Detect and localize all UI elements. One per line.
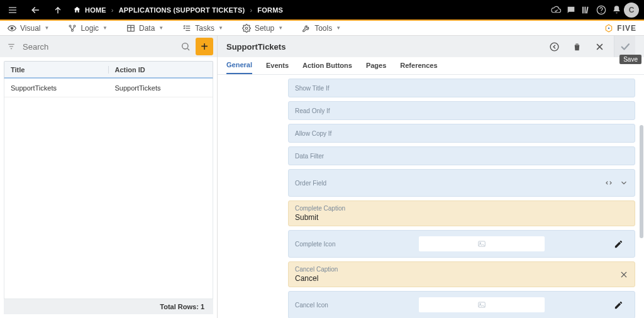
field-order-field[interactable]: Order Field bbox=[288, 169, 635, 197]
breadcrumb-apps[interactable]: APPLICATIONS (SUPPORT TICKETS) bbox=[119, 6, 245, 14]
field-allow-copy-if[interactable]: Allow Copy If bbox=[288, 124, 635, 143]
field-label: Order Field bbox=[295, 180, 628, 187]
svg-point-26 bbox=[182, 43, 188, 49]
field-label: Data Filter bbox=[295, 153, 628, 160]
footer-count: 1 bbox=[201, 303, 204, 310]
form-area: Show Title If Read Only If Allow Copy If… bbox=[218, 75, 644, 318]
close-icon[interactable] bbox=[591, 38, 608, 55]
scrollbar[interactable] bbox=[639, 75, 644, 318]
brand-logo: FIVE bbox=[604, 24, 636, 33]
svg-rect-7 bbox=[586, 6, 589, 13]
save-button[interactable] bbox=[614, 36, 635, 57]
revert-icon[interactable] bbox=[546, 38, 562, 55]
chevron-down-icon: ▼ bbox=[103, 25, 108, 31]
field-label: Show Title If bbox=[295, 85, 628, 92]
menu-label: Tools bbox=[314, 24, 332, 33]
breadcrumb-home-label: HOME bbox=[85, 6, 106, 14]
menu-label: Visual bbox=[20, 24, 40, 33]
add-button[interactable]: + bbox=[196, 38, 213, 55]
main: + Title Action ID SupportTickets Support… bbox=[0, 36, 644, 318]
menu-bar: Visual▼ Logic▼ Data▼ Tasks▼ Setup▼ Tools… bbox=[0, 21, 644, 36]
footer-label: Total Rows: bbox=[160, 303, 199, 310]
menu-tasks[interactable]: Tasks▼ bbox=[182, 24, 223, 33]
field-label: Complete Icon bbox=[295, 241, 355, 248]
menu-visual[interactable]: Visual▼ bbox=[8, 24, 49, 33]
field-read-only-if[interactable]: Read Only If bbox=[288, 101, 635, 120]
delete-icon[interactable] bbox=[569, 38, 585, 55]
svg-point-10 bbox=[11, 27, 13, 30]
field-cancel-icon[interactable]: Cancel Icon bbox=[288, 291, 635, 318]
field-label: Cancel Icon bbox=[295, 302, 355, 309]
search-bar: + bbox=[0, 36, 217, 57]
save-tooltip: Save bbox=[619, 55, 641, 64]
library-icon[interactable] bbox=[579, 3, 594, 18]
field-data-filter[interactable]: Data Filter bbox=[288, 146, 635, 165]
cloud-icon[interactable] bbox=[548, 3, 564, 18]
breadcrumb-forms[interactable]: FORMS bbox=[257, 6, 283, 14]
filter-icon[interactable] bbox=[4, 39, 19, 54]
up-icon[interactable] bbox=[50, 3, 65, 18]
menu-label: Tasks bbox=[195, 24, 214, 33]
icon-preview bbox=[419, 297, 545, 312]
field-complete-caption[interactable]: Complete Caption Submit bbox=[288, 200, 635, 226]
breadcrumb-home[interactable]: HOME bbox=[73, 6, 106, 14]
tab-events[interactable]: Events bbox=[266, 57, 289, 74]
chevron-right-icon: › bbox=[111, 6, 114, 14]
chevron-down-icon: ▼ bbox=[158, 25, 164, 31]
menu-data[interactable]: Data▼ bbox=[126, 24, 164, 33]
menu-label: Setup bbox=[255, 24, 274, 33]
svg-line-27 bbox=[187, 48, 189, 50]
breadcrumb: HOME › APPLICATIONS (SUPPORT TICKETS) › … bbox=[73, 6, 283, 14]
clear-icon[interactable] bbox=[619, 270, 628, 279]
chevron-right-icon: › bbox=[250, 6, 252, 14]
field-value: Submit bbox=[295, 213, 628, 222]
page-title: SupportTickets bbox=[226, 42, 286, 52]
col-action[interactable]: Action ID bbox=[109, 66, 152, 74]
menu-setup[interactable]: Setup▼ bbox=[242, 24, 283, 33]
pencil-icon[interactable] bbox=[608, 239, 628, 249]
field-label: Complete Caption bbox=[295, 205, 628, 212]
chevron-down-icon: ▼ bbox=[278, 25, 283, 31]
list-wrap: Title Action ID SupportTickets SupportTi… bbox=[0, 57, 217, 318]
back-icon[interactable] bbox=[28, 3, 43, 18]
list-body: SupportTickets SupportTickets bbox=[4, 79, 213, 299]
cell-action: SupportTickets bbox=[109, 84, 167, 92]
menu-label: Logic bbox=[80, 24, 99, 33]
field-show-title-if[interactable]: Show Title If bbox=[288, 79, 635, 97]
chevron-down-icon[interactable] bbox=[619, 178, 628, 187]
chevron-down-icon: ▼ bbox=[44, 25, 49, 31]
col-title[interactable]: Title bbox=[4, 66, 109, 74]
avatar[interactable]: C bbox=[624, 3, 639, 18]
search-input[interactable] bbox=[21, 41, 175, 52]
list-footer: Total Rows: 1 bbox=[4, 299, 213, 314]
chevron-down-icon: ▼ bbox=[336, 25, 341, 31]
field-label: Read Only If bbox=[295, 107, 628, 114]
menu-logic[interactable]: Logic▼ bbox=[68, 24, 108, 33]
tab-action-buttons[interactable]: Action Buttons bbox=[303, 57, 352, 74]
chat-icon[interactable] bbox=[564, 3, 579, 18]
code-icon[interactable] bbox=[604, 178, 613, 187]
scrollbar-thumb[interactable] bbox=[640, 125, 643, 238]
tab-general[interactable]: General bbox=[226, 57, 252, 74]
breadcrumb-apps-label: APPLICATIONS (SUPPORT TICKETS) bbox=[119, 6, 245, 14]
left-panel: + Title Action ID SupportTickets Support… bbox=[0, 36, 218, 318]
brand-label: FIVE bbox=[617, 24, 636, 33]
field-cancel-caption[interactable]: Cancel Caption Cancel bbox=[288, 261, 635, 287]
editor-header: SupportTickets bbox=[218, 36, 644, 57]
bell-icon[interactable] bbox=[609, 3, 624, 18]
tab-pages[interactable]: Pages bbox=[366, 57, 386, 74]
menu-tools[interactable]: Tools▼ bbox=[302, 24, 341, 33]
list-header: Title Action ID bbox=[4, 61, 213, 79]
svg-rect-5 bbox=[582, 6, 584, 13]
menu-label: Data bbox=[139, 24, 155, 33]
tab-references[interactable]: References bbox=[400, 57, 437, 74]
breadcrumb-forms-label: FORMS bbox=[257, 6, 283, 14]
help-icon[interactable] bbox=[594, 3, 609, 18]
field-complete-icon[interactable]: Complete Icon bbox=[288, 230, 635, 258]
search-icon[interactable] bbox=[178, 39, 193, 54]
icon-preview bbox=[419, 236, 545, 251]
table-row[interactable]: SupportTickets SupportTickets bbox=[4, 79, 213, 97]
menu-icon[interactable] bbox=[5, 3, 20, 18]
pencil-icon[interactable] bbox=[608, 300, 628, 310]
svg-rect-6 bbox=[584, 6, 586, 13]
